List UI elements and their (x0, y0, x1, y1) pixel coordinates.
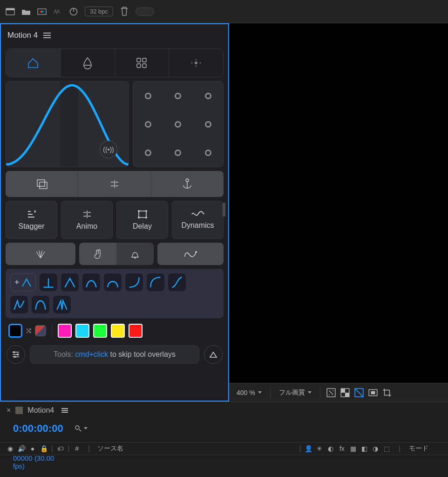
tip-box: Tools: cmd+click to skip tool overlays (30, 345, 199, 364)
svg-rect-11 (137, 64, 141, 68)
render-settings-icon[interactable] (37, 8, 47, 15)
col-mode[interactable]: モード (409, 444, 428, 453)
collapse-button[interactable] (204, 345, 223, 364)
anchor-bl[interactable] (145, 150, 151, 156)
anchor-tr[interactable] (205, 93, 211, 99)
tool-animo[interactable]: Animo (61, 201, 113, 239)
exposure-icon[interactable] (326, 388, 336, 398)
ease-round[interactable] (104, 273, 122, 291)
fan-button[interactable] (6, 243, 75, 265)
swatch-3[interactable] (111, 324, 125, 338)
ease-out[interactable] (147, 273, 164, 291)
transparency-icon[interactable] (340, 388, 350, 398)
project-panel-icon[interactable] (6, 8, 15, 15)
timeline-tab-label[interactable]: Motion4 (27, 406, 54, 415)
svg-rect-1 (6, 8, 14, 10)
ease-inout[interactable] (168, 273, 186, 291)
zoom-dropdown[interactable]: 400 % (234, 389, 265, 396)
svg-rect-16 (40, 182, 47, 189)
nav-color[interactable] (60, 49, 115, 77)
anchor-bc[interactable] (175, 150, 181, 156)
random-swatch[interactable] (35, 325, 46, 336)
num-icon[interactable]: # (73, 445, 81, 452)
col-source[interactable]: ソース名 (97, 444, 123, 453)
motion-blur-icon[interactable]: ◐ (327, 445, 334, 452)
mask-icon[interactable] (354, 388, 364, 398)
svg-point-23 (195, 251, 197, 253)
tab-close[interactable]: × (7, 406, 11, 415)
ease-custom1[interactable] (10, 296, 28, 313)
ease-add[interactable]: + (10, 273, 36, 291)
shuffle-icon[interactable]: ⤭ (25, 326, 32, 336)
svg-rect-30 (345, 393, 349, 397)
bpc-badge[interactable]: 32 bpc (85, 7, 113, 16)
hand-button[interactable] (79, 243, 116, 265)
nav-home[interactable] (6, 49, 60, 77)
timeline-search[interactable] (75, 425, 88, 432)
anchor-mc[interactable] (175, 121, 181, 128)
timeline-panel: × Motion4 0:00:00:00 00000 (30.00 fps) ◉… (0, 402, 448, 477)
eye-icon[interactable]: ◉ (7, 445, 14, 452)
adjustment-icon[interactable]: ◧ (360, 445, 368, 452)
crop-icon[interactable] (382, 388, 392, 398)
anchor-mr[interactable] (205, 121, 211, 128)
swatch-1[interactable] (75, 324, 89, 338)
precomp-button[interactable] (6, 171, 78, 197)
svg-point-5 (42, 11, 44, 13)
swatch-4[interactable] (129, 324, 143, 338)
timeline-menu-icon[interactable] (61, 408, 68, 413)
tool-stagger[interactable]: Stagger (6, 201, 57, 239)
guides-button[interactable] (78, 171, 150, 197)
composition-viewer[interactable]: 400 % フル画質 (229, 23, 448, 402)
svg-rect-9 (137, 58, 141, 62)
svg-point-13 (195, 62, 197, 64)
graph-broadcast-icon[interactable]: ((•)) (100, 141, 117, 158)
settings-button[interactable] (7, 345, 25, 364)
anchor-tl[interactable] (145, 93, 151, 99)
power-icon[interactable] (69, 8, 78, 15)
ease-smooth[interactable] (82, 273, 100, 291)
audio-icon[interactable]: 🔊 (18, 445, 25, 452)
trash-icon[interactable] (120, 8, 129, 15)
bell-button[interactable] (116, 243, 154, 265)
ease-custom2[interactable] (32, 296, 49, 313)
3d-icon[interactable]: ⬚ (383, 445, 390, 452)
tool-dynamics[interactable]: Dynamics (172, 201, 224, 239)
svg-point-19 (138, 210, 140, 212)
toggle-switch[interactable] (136, 7, 154, 16)
label-icon[interactable]: 🏷 (57, 445, 64, 452)
ease-tri[interactable] (61, 273, 79, 291)
frame-blend-icon[interactable]: ▦ (349, 445, 357, 452)
star-icon[interactable]: ✳ (316, 445, 323, 452)
timecode[interactable]: 0:00:00:00 (13, 422, 63, 435)
ease-graph[interactable]: ((•)) (6, 81, 129, 167)
tool-delay[interactable]: Delay (116, 201, 168, 239)
ease-custom3[interactable] (53, 296, 71, 313)
lock-icon[interactable]: 🔒 (40, 445, 48, 452)
ease-in[interactable] (125, 273, 143, 291)
anchor-ml[interactable] (145, 121, 151, 128)
panel-menu-icon[interactable] (43, 33, 51, 38)
gpu-render-icon[interactable] (53, 8, 62, 15)
swatch-0[interactable] (58, 324, 72, 338)
region-icon[interactable] (368, 388, 378, 398)
current-color[interactable] (8, 324, 22, 338)
anchor-br[interactable] (205, 150, 211, 156)
folder-icon[interactable] (21, 8, 31, 15)
svg-point-34 (75, 426, 79, 429)
anchor-button[interactable] (151, 171, 224, 197)
nav-anchor[interactable] (169, 49, 223, 77)
path-button[interactable] (157, 243, 224, 265)
svg-rect-33 (371, 391, 375, 394)
quality-dropdown[interactable]: フル画質 (276, 388, 314, 397)
scroll-thumb[interactable] (223, 203, 225, 217)
shy-icon[interactable]: 👤 (305, 445, 312, 452)
solo-icon[interactable]: ● (29, 445, 36, 452)
anchor-tc[interactable] (175, 93, 181, 99)
fx-icon[interactable]: fx (338, 445, 346, 452)
panel-title: Motion 4 (7, 31, 38, 40)
ease-linear[interactable] (40, 273, 57, 291)
swatch-2[interactable] (93, 324, 107, 338)
nav-grid[interactable] (115, 49, 169, 77)
3d-toggle-icon[interactable]: ◑ (372, 445, 379, 452)
